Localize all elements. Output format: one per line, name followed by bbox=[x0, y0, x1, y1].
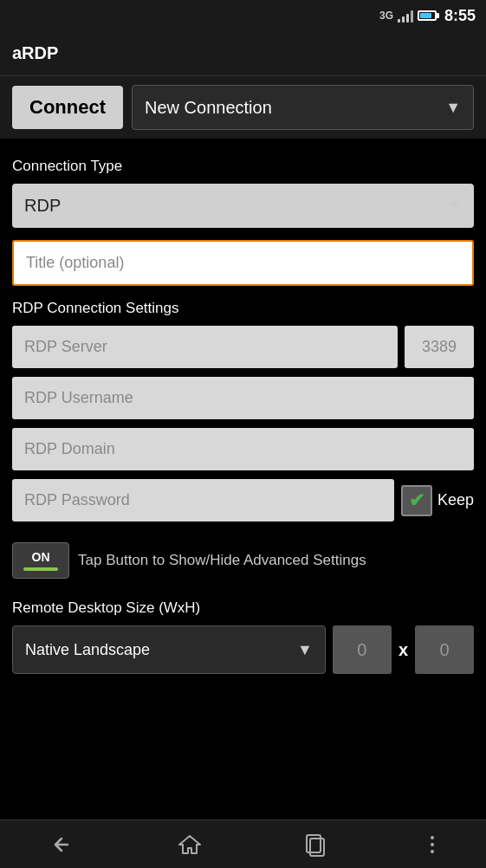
connection-type-arrow-icon: ▼ bbox=[446, 197, 462, 215]
desktop-size-arrow-icon: ▼ bbox=[297, 641, 313, 659]
desktop-size-option: Native Landscape bbox=[25, 641, 150, 659]
status-icons: 3G 8:55 bbox=[379, 7, 476, 25]
connection-dropdown[interactable]: New Connection ▼ bbox=[132, 85, 474, 130]
dropdown-arrow-icon: ▼ bbox=[445, 99, 461, 117]
desktop-size-label: Remote Desktop Size (WxH) bbox=[12, 599, 474, 617]
connect-button[interactable]: Connect bbox=[12, 86, 123, 129]
keep-checkbox[interactable]: ✔ bbox=[401, 485, 432, 516]
connection-type-label: Connection Type bbox=[12, 158, 474, 175]
rdp-settings-label: RDP Connection Settings bbox=[12, 300, 474, 317]
size-x-separator: x bbox=[399, 640, 408, 660]
app-bar: aRDP bbox=[0, 31, 486, 76]
main-content: Connection Type RDP ▼ RDP Connection Set… bbox=[0, 139, 486, 819]
desktop-height-input[interactable] bbox=[415, 625, 474, 674]
connection-dropdown-label: New Connection bbox=[145, 98, 272, 118]
battery-icon bbox=[418, 10, 437, 21]
toggle-description: Tap Button to Show/Hide Advanced Setting… bbox=[78, 550, 474, 571]
home-button[interactable] bbox=[159, 824, 220, 865]
advanced-settings-toggle-row: ON Tap Button to Show/Hide Advanced Sett… bbox=[12, 534, 474, 587]
svg-point-3 bbox=[431, 843, 434, 846]
status-bar: 3G 8:55 bbox=[0, 0, 486, 31]
connection-type-value: RDP bbox=[24, 196, 61, 216]
desktop-width-input[interactable] bbox=[333, 625, 392, 674]
network-label: 3G bbox=[379, 10, 393, 22]
title-input[interactable] bbox=[12, 240, 474, 286]
checkmark-icon: ✔ bbox=[409, 489, 424, 512]
rdp-username-input[interactable] bbox=[12, 377, 474, 419]
rdp-password-row: ✔ Keep bbox=[12, 479, 474, 521]
recents-button[interactable] bbox=[285, 824, 346, 865]
desktop-size-dropdown[interactable]: Native Landscape ▼ bbox=[12, 625, 326, 674]
signal-icon bbox=[398, 9, 413, 23]
toolbar: Connect New Connection ▼ bbox=[0, 76, 486, 139]
keep-checkbox-group: ✔ Keep bbox=[401, 485, 474, 516]
rdp-server-row: 3389 bbox=[12, 326, 474, 368]
rdp-password-input[interactable] bbox=[12, 479, 394, 521]
time-label: 8:55 bbox=[444, 7, 476, 25]
toggle-advanced-button[interactable]: ON bbox=[12, 542, 69, 579]
app-title: aRDP bbox=[12, 43, 58, 63]
connection-type-section: Connection Type RDP ▼ bbox=[12, 158, 474, 228]
rdp-port-input[interactable]: 3389 bbox=[405, 326, 474, 368]
connection-type-dropdown[interactable]: RDP ▼ bbox=[12, 184, 474, 228]
keep-label: Keep bbox=[437, 491, 474, 509]
svg-point-4 bbox=[431, 850, 434, 853]
svg-point-2 bbox=[431, 836, 434, 839]
bottom-nav bbox=[0, 819, 486, 868]
desktop-size-row: Native Landscape ▼ x bbox=[12, 625, 474, 674]
toggle-indicator bbox=[23, 567, 58, 571]
back-button[interactable] bbox=[33, 826, 94, 864]
more-options-button[interactable] bbox=[411, 824, 453, 865]
rdp-server-input[interactable] bbox=[12, 326, 398, 368]
toggle-on-text: ON bbox=[32, 550, 50, 564]
rdp-domain-input[interactable] bbox=[12, 428, 474, 470]
